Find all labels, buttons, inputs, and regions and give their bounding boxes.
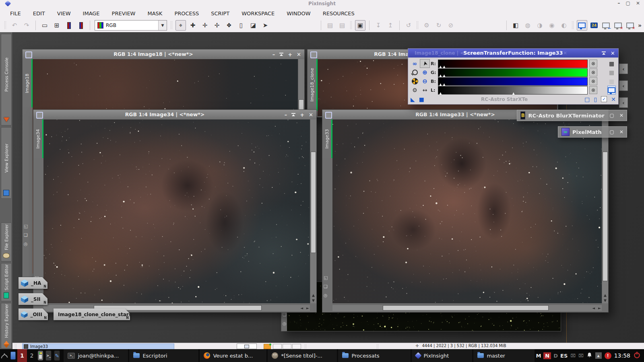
view-tab-image18-clone[interactable]: Image18_clone <box>308 59 318 111</box>
apply-icon[interactable]: ■ <box>419 96 424 103</box>
tray-indicator-m[interactable]: M <box>536 353 541 359</box>
view-tab-image34[interactable]: Image34 <box>33 119 43 158</box>
screen-monitor-icon[interactable] <box>607 86 616 95</box>
process-icon[interactable]: _HAN <box>19 277 47 289</box>
shade-button[interactable] <box>602 51 606 55</box>
new-preview-mode-button[interactable]: ▯ <box>236 20 246 31</box>
vertical-scrollbar[interactable]: ▲▼ <box>310 119 316 303</box>
lightness-transfer-bar[interactable]: ▲ ▲ <box>438 86 588 95</box>
process-icon[interactable]: _OIIIN <box>19 309 48 320</box>
task-button[interactable]: Processats <box>338 349 411 362</box>
channel-grid-light-icon[interactable]: ▦ <box>607 77 616 86</box>
window-list-button[interactable] <box>237 343 257 349</box>
close-button[interactable]: ✕ <box>619 113 623 118</box>
hidden-panel-handle[interactable]: ‹ <box>619 64 628 74</box>
handle-icon[interactable] <box>376 344 379 349</box>
image-window-icon[interactable] <box>25 51 32 58</box>
scroll-down-icon[interactable]: ▼ <box>312 298 315 303</box>
sidebar-tab-process-console[interactable]: Process Console <box>1 34 12 125</box>
task-button[interactable]: *[Sense títol]-... <box>268 349 337 362</box>
image33-canvas-area[interactable] <box>332 119 602 303</box>
scroll-mode-icon[interactable]: ↔ <box>420 86 430 95</box>
delete-process-icons-button[interactable]: ⊘ <box>446 20 456 31</box>
duplicate-view-icon[interactable]: ❏ <box>283 312 287 317</box>
stf-24bit-lut-button[interactable]: 24 <box>589 20 599 31</box>
duplicate-image-button[interactable]: ⊞ <box>52 20 62 31</box>
image-window-icon[interactable] <box>325 112 332 119</box>
zoom-to-fit-button[interactable]: ✚ <box>188 20 198 31</box>
handle-icon[interactable] <box>14 344 17 349</box>
green-transfer-bar[interactable]: ▲ ▲ <box>438 68 588 77</box>
undo-button[interactable]: ↶ <box>9 20 20 31</box>
shade-button[interactable]: ▢ <box>610 129 614 135</box>
task-button[interactable]: PixInsight <box>412 349 472 362</box>
channel-grid-dark-icon[interactable]: ▦ <box>607 59 616 68</box>
scrollbar-thumb[interactable] <box>311 152 316 253</box>
track-view-button[interactable]: ⌖ <box>175 20 186 31</box>
task-button[interactable]: Veure estat b... <box>200 349 266 362</box>
task-button[interactable]: Escriptori <box>129 349 198 362</box>
menu-preview[interactable]: PREVIEW <box>106 9 142 18</box>
scroll-up-icon[interactable]: ▲ <box>312 293 315 298</box>
edit-identifier-button[interactable]: ▭ <box>39 20 50 31</box>
recover-process-icons-button[interactable]: ↺ <box>403 20 414 31</box>
browse-documentation-icon[interactable]: □ <box>584 96 590 103</box>
close-button[interactable]: ✕ <box>636 0 640 6</box>
blue-transfer-bar[interactable]: ▲ ▲ <box>438 77 588 86</box>
power-button[interactable] <box>633 351 641 360</box>
stf-titlebar[interactable]: Image18_clone | <*new*> ScreenTransferFu… <box>408 49 618 58</box>
maximize-button[interactable]: ▢ <box>626 0 630 6</box>
redo-button[interactable]: ↷ <box>21 20 32 31</box>
scroll-right-icon[interactable]: ► <box>598 306 601 310</box>
tray-indicator-d[interactable]: D <box>553 353 558 359</box>
show-desktop-button[interactable] <box>10 352 16 360</box>
menu-view[interactable]: VIEW <box>51 9 77 18</box>
minimize-button[interactable]: – <box>285 112 287 118</box>
process-explorer-button[interactable]: ▣ <box>355 20 365 31</box>
input-device-icon[interactable]: ⌧ <box>578 353 584 358</box>
menu-process[interactable]: PROCESS <box>168 9 205 18</box>
menu-mask[interactable]: MASK <box>141 9 168 18</box>
save-process-icons-button[interactable]: ↧ <box>373 20 384 31</box>
scroll-right-icon[interactable]: ► <box>306 306 309 310</box>
extract-red-channel-button[interactable] <box>64 20 74 31</box>
remove-mask-button[interactable]: ◍ <box>522 20 533 31</box>
window-frame-tools[interactable]: ◱ ❏ ◎ <box>24 224 28 247</box>
stf-reset-button[interactable]: ✕ <box>613 20 623 31</box>
scrollbar-thumb[interactable] <box>603 152 608 281</box>
close-button[interactable]: ✕ <box>611 50 615 56</box>
task-button[interactable]: master <box>473 349 535 362</box>
sidebar-tab-history-explorer[interactable]: History Explorer <box>1 303 12 349</box>
window-selector-item[interactable]: Image33 <box>22 343 174 350</box>
horizontal-scrollbar[interactable]: ◄► <box>332 304 602 311</box>
process-icon[interactable]: _SIIN <box>19 293 47 305</box>
hidden-panel-handle[interactable]: ‹ <box>619 80 628 91</box>
zoom-in-out-button[interactable]: ✛ <box>200 20 210 31</box>
chevron-down-icon[interactable]: ▼ <box>158 21 167 30</box>
new-instance-icon[interactable]: ◣ <box>411 96 415 103</box>
black-point-readout-icon[interactable] <box>410 77 420 86</box>
updates-tray-icon[interactable]: ▲ <box>595 352 602 359</box>
hidden-panel-handle[interactable]: ‹ <box>619 97 628 108</box>
red-transfer-bar[interactable]: ▲ ▲ <box>438 60 588 68</box>
mask-selection-button[interactable]: ◐ <box>559 20 569 31</box>
window-frame-tools[interactable]: ◱ ❏ ◎ <box>324 275 328 298</box>
tray-indicator-n[interactable]: N <box>543 352 551 359</box>
input-device-icon[interactable]: ⌧ <box>570 353 576 358</box>
midtones-marker[interactable]: ▲ <box>512 91 515 95</box>
scroll-up-icon[interactable]: ▲ <box>604 293 607 298</box>
fit-window-icon[interactable]: ◱ <box>324 275 328 280</box>
duplicate-view-icon[interactable]: ❏ <box>24 232 28 238</box>
scroll-down-icon[interactable]: ▼ <box>604 298 607 303</box>
task-button[interactable]: >_joan@thinkpa... <box>64 349 128 362</box>
reset-lightness-button[interactable]: ⊗ <box>589 86 597 94</box>
stf-settings-wrench-icon[interactable]: ⚙ <box>410 86 420 95</box>
reset-green-button[interactable]: ⊗ <box>589 68 597 76</box>
edit-instance-icon[interactable]: ▯ <box>594 96 597 103</box>
minimize-button[interactable]: – <box>618 0 620 6</box>
close-button[interactable]: ✕ <box>619 129 623 135</box>
sidebar-tab-script-editor[interactable]: Script Editor <box>1 263 12 301</box>
menu-edit[interactable]: EDIT <box>27 9 51 18</box>
reset-dialog-icon[interactable]: ✕ <box>611 96 616 103</box>
window-image18-titlebar[interactable]: RGB 1:4 Image18 | <*new*> – + ✕ <box>23 49 304 60</box>
